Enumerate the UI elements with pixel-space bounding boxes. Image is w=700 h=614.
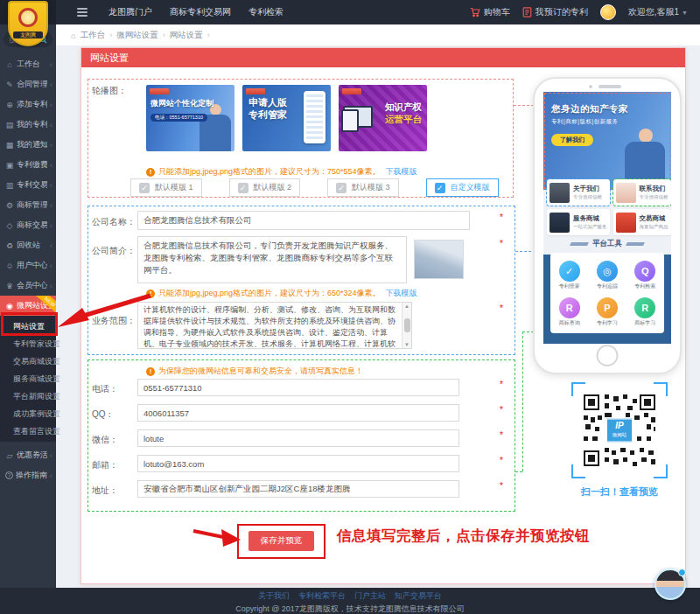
carousel-banners: 微网站个性化定制 电话：0551-65771310 申请人版 专利管家 <box>146 85 427 151</box>
qr-code: IP 微网站 <box>571 382 668 478</box>
contract-icon: ✎ <box>5 80 14 89</box>
scroll-thumb[interactable] <box>404 318 410 332</box>
user-icon: ☺ <box>5 262 14 270</box>
sidebar-item-contracts[interactable]: ✎合同管理‹ <box>0 74 56 94</box>
submenu-platform-news-settings[interactable]: 平台新闻设置 <box>0 387 56 405</box>
business-scope-field[interactable]: 计算机软件的设计、程序编制、分析、测试、修改、咨询、为互联网和数据库提供软件设计… <box>137 302 412 349</box>
menu-toggle-icon[interactable] <box>77 8 88 17</box>
cart-button[interactable]: 购物车 <box>470 6 510 18</box>
my-orders-button[interactable]: 我预订的专利 <box>522 6 588 18</box>
download-template-link[interactable]: 下载模版 <box>386 288 417 299</box>
footer-link-about[interactable]: 关于我们 <box>258 590 290 602</box>
welcome-menu[interactable]: 欢迎您,客服1 ▼ <box>628 6 688 18</box>
tool-trademark-learning: R商标学习 <box>626 297 664 327</box>
required-mark: * <box>500 405 503 415</box>
footer-link-trade-platform[interactable]: 知产交易平台 <box>395 590 442 602</box>
checkbox-icon <box>139 183 150 193</box>
sidebar-item-trademark-trade[interactable]: ◇商标交易‹ <box>0 215 56 235</box>
footer-link-search-platform[interactable]: 专利检索平台 <box>298 590 346 602</box>
nav-trade-site[interactable]: 商标专利交易网 <box>170 6 231 18</box>
email-input[interactable] <box>137 455 459 472</box>
sidebar-item-patent-fees[interactable]: ▣专利缴费‹ <box>0 155 56 175</box>
sidebar-item-recycle-bin[interactable]: ♻回收站‹ <box>0 235 56 255</box>
phone-input[interactable] <box>137 379 459 396</box>
banner-slot-1[interactable]: 微网站个性化定制 电话：0551-65771310 <box>146 85 234 151</box>
nav-portal[interactable]: 龙图腾门户 <box>108 6 152 18</box>
footer: 关于我们 专利检索平台 门户主站 知产交易平台 Copyright @ 2017… <box>0 588 700 614</box>
user-avatar[interactable] <box>600 4 616 20</box>
template-option-custom[interactable]: 自定义模版 <box>426 178 499 197</box>
qq-input[interactable] <box>137 404 459 422</box>
gear-icon: ⚙ <box>5 201 14 210</box>
submenu-messages-settings[interactable]: 查看留言设置 <box>0 422 56 440</box>
nav-patent-search[interactable]: 专利检索 <box>248 6 284 18</box>
sidebar-item-my-patents[interactable]: ▤我的专利‹ <box>0 115 56 135</box>
submenu-patent-butler-settings[interactable]: 专利管家设置 <box>0 335 56 352</box>
patent-tracking-icon: ◎ <box>597 261 618 282</box>
home-icon: ⌂ <box>71 31 76 40</box>
save-preview-button[interactable]: 保存并预览 <box>248 531 314 551</box>
patent-butler-icon: ✓ <box>559 261 580 282</box>
breadcrumb-workbench[interactable]: 工作台 <box>80 30 106 41</box>
address-input[interactable] <box>137 480 459 498</box>
banner-slot-3[interactable]: 知识产权 运营平台 <box>339 85 427 151</box>
submenu-service-mall-settings[interactable]: 服务商城设置 <box>0 370 56 387</box>
carousel-label: 轮播图： <box>92 85 127 97</box>
chevron-icon: ‹ <box>50 141 52 150</box>
footer-link-portal[interactable]: 门户主站 <box>354 590 386 602</box>
banner-person-graphic <box>198 104 233 151</box>
breadcrumb-microsite[interactable]: 微网站设置 <box>116 30 158 41</box>
carousel-note: ! 只能添加jpg,jpeg,png格式的图片，建议尺寸为：750*554像素。… <box>146 166 417 178</box>
sidebar-item-patent-trade[interactable]: ▥专利交易‹ <box>0 175 56 195</box>
topbar-right: 购物车 我预订的专利 欢迎您,客服1 ▼ <box>470 4 700 20</box>
company-intro-textarea[interactable]: 合肥龙图腾信息技术有限公司，专门负责开发龙图腾知识产权服务、龙图腾专利检索、龙图… <box>137 236 407 283</box>
sidebar-menu: ⌂工作台‹ ✎合同管理‹ ⊕添加专利‹ ▤我的专利‹ ▦我的通知书‹ ▣专利缴费… <box>0 52 56 485</box>
template-option-1[interactable]: 默认模版 1 <box>130 178 202 197</box>
contact-image <box>616 183 636 203</box>
sidebar-item-workbench[interactable]: ⌂工作台‹ <box>0 54 56 74</box>
submenu-trade-mall-settings[interactable]: 交易商城设置 <box>0 352 56 370</box>
wechat-input[interactable] <box>137 429 459 447</box>
required-mark: * <box>500 380 503 389</box>
chevron-icon: ‹ <box>50 471 52 480</box>
scrollbar[interactable]: ▲ ▼ <box>402 303 411 348</box>
download-template-link[interactable]: 下载模版 <box>386 166 417 178</box>
sidebar-item-add-patent[interactable]: ⊕添加专利‹ <box>0 94 56 115</box>
company-intro-label: 公司简介： <box>92 245 136 257</box>
submenu-success-cases-settings[interactable]: 成功案例设置 <box>0 405 56 422</box>
settings-form: 轮播图： 微网站个性化定制 电话：0551-65771310 申请人版 专利管家 <box>81 67 685 583</box>
annotation-arrow <box>192 526 242 550</box>
service-avatar[interactable] <box>654 569 686 600</box>
template-options: 默认模版 1 默认模版 2 默认模版 3 自定义模版 <box>130 178 499 197</box>
template-option-2[interactable]: 默认模版 2 <box>229 178 301 197</box>
scroll-down-icon[interactable]: ▼ <box>404 342 410 347</box>
scroll-up-icon[interactable]: ▲ <box>404 304 410 309</box>
chevron-icon: ‹ <box>50 262 52 270</box>
submenu-website-settings[interactable]: 网站设置 <box>0 317 56 335</box>
preview-banner: 您身边的知产专家 专利|商标|版权|创新服务 了解我们 <box>543 92 671 190</box>
required-mark: * <box>500 456 503 465</box>
annotation-text: 信息填写完整后，点击保存并预览按钮 <box>337 527 590 546</box>
chevron-icon: ‹ <box>50 80 52 89</box>
warning-icon: ! <box>146 168 155 177</box>
sidebar-item-my-notices[interactable]: ▦我的通知书‹ <box>0 135 56 155</box>
template-option-3[interactable]: 默认模版 3 <box>327 178 399 197</box>
required-mark: * <box>500 430 503 440</box>
brand-logo[interactable]: 龙图腾 <box>8 1 48 46</box>
sidebar-item-member-center[interactable]: ♛会员中心‹ <box>0 276 56 296</box>
intro-image-thumbnail[interactable] <box>414 240 464 279</box>
banner-slot-2[interactable]: 申请人版 专利管家 <box>242 85 331 151</box>
tools-grid: ✓专利管家 ◎专利追踪 Q专利检索 R商标查询 P专利学习 R商标学习 <box>550 253 664 333</box>
sidebar-item-user-center[interactable]: ☺用户中心‹ <box>0 255 56 276</box>
banner-logo <box>342 88 361 94</box>
sidebar-item-coupon-activity[interactable]: ▱优惠券活动‹ <box>0 445 56 465</box>
sidebar-item-microsite-settings[interactable]: ◉ 微网站设置 NEW <box>0 296 56 316</box>
sidebar-item-trademark-mgmt[interactable]: ⚙商标管理‹ <box>0 195 56 215</box>
chevron-icon: ‹ <box>50 241 52 250</box>
breadcrumb-website-settings[interactable]: 网站设置 <box>170 30 203 41</box>
about-image <box>550 183 570 203</box>
company-name-input[interactable] <box>137 211 470 230</box>
company-name-label: 公司名称： <box>92 216 136 228</box>
breadcrumb-separator: › <box>109 31 112 39</box>
sidebar-item-guide[interactable]: ?操作指南‹ <box>0 465 56 485</box>
